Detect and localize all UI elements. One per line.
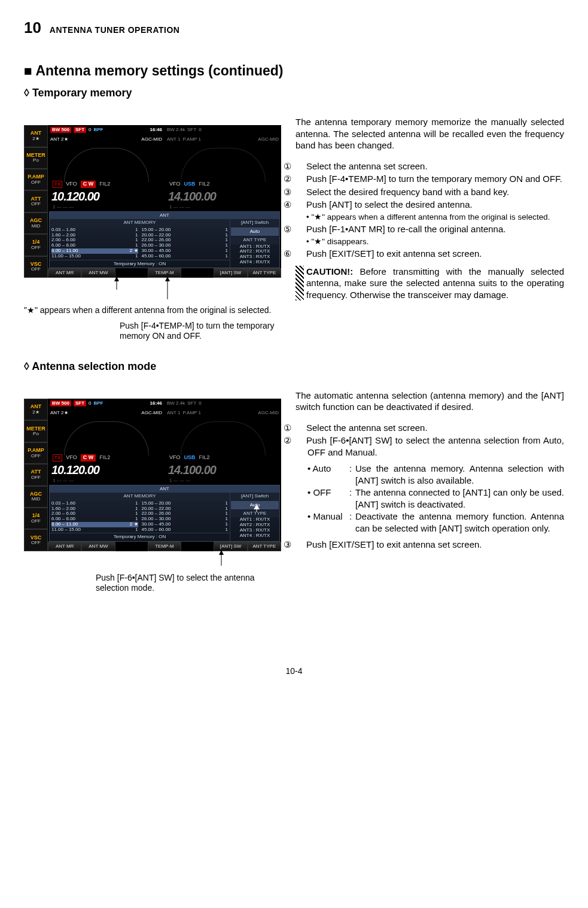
temp-step-3: ③Select the desired frequency band with … — [295, 186, 564, 198]
side-button[interactable]: ANT2★ — [24, 399, 48, 420]
frequency-main: 10.120.00 — [48, 189, 164, 204]
radio-screenshot: ANT2★METERPoP.AMPOFFATTOFFAGCMID1/4OFFVS… — [24, 399, 281, 551]
ant-memory-row[interactable]: 45.00 – 60.001 — [142, 254, 229, 259]
ant-memory-header: ANT MEMORY — [50, 493, 230, 500]
side-button[interactable]: VSCOFF — [24, 529, 48, 551]
caption-sel-push: Push [F-6•[ANT] SW] to select the antenn… — [96, 573, 281, 594]
side-button[interactable]: ATTOFF — [24, 464, 48, 485]
meter-dial-left — [48, 418, 164, 454]
ant-switch-value[interactable]: Auto — [231, 227, 279, 236]
tx-indicator: TX — [53, 181, 62, 188]
ant-type-header: ANT TYPE — [230, 236, 279, 244]
frequency-sub: 14.100.00 — [164, 462, 281, 478]
subsection-temp-title: ◊ Temporary memory — [24, 86, 564, 100]
ant-memory-row[interactable]: 11.00 – 15.001 — [51, 527, 138, 533]
frequency-main: 10.120.00 — [48, 462, 164, 478]
side-button[interactable]: ATTOFF — [24, 190, 48, 212]
side-button[interactable]: AGCMID — [24, 212, 48, 234]
sel-off: • OFF: The antenna connected to [ANT1] c… — [307, 487, 564, 510]
bpf-tag: BPF — [93, 127, 103, 133]
ant-panel: ANT ANT MEMORY 0.03 – 1.6011.60 – 2.0012… — [49, 485, 280, 542]
meter-dial-right — [164, 418, 281, 454]
subsection-sel-title: ◊ Antenna selection mode — [24, 360, 564, 373]
sel-auto: • Auto: Use the antenna memory. Antenna … — [307, 463, 564, 486]
side-button[interactable]: 1/4OFF — [24, 234, 48, 256]
sel-step-3: ③Push [EXIT/SET] to exit antenna set scr… — [295, 539, 564, 551]
ant-memory-row[interactable]: 45.00 – 60.001 — [142, 527, 229, 533]
temporary-memory-status: Temporary Memory : ON — [50, 260, 230, 268]
sel-step-2: ②Push [F-6•[ANT] SW] to select the anten… — [295, 435, 564, 458]
radio-screenshot: ANT2★METERPoP.AMPOFFATTOFFAGCMID1/4OFFVS… — [24, 125, 281, 278]
bpf-tag: BPF — [93, 400, 103, 406]
caption-star: "★" appears when a different antenna fro… — [24, 305, 281, 316]
page-header: 10 ANTENNA TUNER OPERATION — [24, 18, 564, 38]
temp-step-1: ①Select the antenna set screen. — [295, 160, 564, 172]
side-button[interactable]: ANT2★ — [24, 125, 48, 147]
chapter-number: 10 — [24, 19, 41, 37]
sft-tag: SFT — [74, 127, 86, 133]
sel-manual: • Manual: Deactivate the antenna memory … — [307, 511, 564, 534]
ant-type-row: ANT4 : RX/TX — [230, 533, 279, 539]
side-button[interactable]: METERPo — [24, 420, 48, 442]
ant-type-row: ANT4 : RX/TX — [230, 260, 279, 265]
side-button[interactable]: P.AMPOFF — [24, 442, 48, 464]
temp-step-4-note: • "★" appears when a different antenna f… — [295, 212, 564, 223]
caution-stripe — [295, 266, 304, 301]
ant-panel: ANT ANT MEMORY 0.03 – 1.6011.60 – 2.0012… — [49, 211, 280, 268]
temp-step-2: ②Push [F-4•TEMP-M] to turn the temporary… — [295, 173, 564, 185]
svg-marker-3 — [165, 277, 170, 281]
side-button[interactable]: AGCMID — [24, 486, 48, 508]
side-button[interactable]: VSCOFF — [24, 256, 48, 278]
svg-marker-4 — [254, 505, 260, 509]
svg-marker-1 — [114, 277, 119, 281]
meter-dial-right — [164, 144, 281, 180]
clock: 16:46 — [150, 400, 162, 406]
temp-step-5-note: • "★" disappears. — [295, 236, 564, 247]
side-button-column: ANT2★METERPoP.AMPOFFATTOFFAGCMID1/4OFFVS… — [24, 399, 48, 551]
meter-dial-left — [48, 144, 164, 180]
page-footer: 10-4 — [24, 666, 564, 676]
svg-marker-7 — [219, 550, 224, 555]
caution-block: CAUTION!: Before transmitting with the m… — [295, 266, 564, 301]
sft-tag: SFT — [74, 400, 86, 406]
clock: 16:46 — [150, 127, 162, 133]
temp-step-4: ④Push [ANT] to select the desired antenn… — [295, 199, 564, 211]
temp-step-6: ⑥Push [EXIT/SET] to exit antenna set scr… — [295, 248, 564, 260]
ant-switch-header: [ANT] Switch — [230, 493, 279, 500]
bw-tag: BW 500 — [50, 127, 71, 133]
section-title: ■ Antenna memory settings (continued) — [24, 62, 564, 80]
ant-memory-row[interactable]: 11.00 – 15.001 — [51, 254, 138, 259]
ant-switch-header: [ANT] Switch — [230, 219, 279, 226]
tx-indicator: TX — [53, 454, 62, 461]
temporary-memory-status: Temporary Memory : ON — [50, 533, 230, 540]
frequency-sub: 14.100.00 — [164, 189, 281, 204]
chapter-title: ANTENNA TUNER OPERATION — [50, 25, 180, 35]
caption-temp-push: Push [F-4•TEMP-M] to turn the temporary … — [120, 321, 281, 342]
bw-tag: BW 500 — [50, 400, 71, 406]
side-button[interactable]: P.AMPOFF — [24, 169, 48, 190]
sel-step-1: ①Select the antenna set screen. — [295, 422, 564, 434]
side-button[interactable]: 1/4OFF — [24, 508, 48, 529]
ant-memory-header: ANT MEMORY — [50, 219, 230, 226]
temp-intro: The antenna temporary memory memorize th… — [295, 116, 564, 151]
sel-intro: The automatic antenna selection (antenna… — [295, 390, 564, 413]
side-button-column: ANT2★METERPoP.AMPOFFATTOFFAGCMID1/4OFFVS… — [24, 125, 48, 278]
side-button[interactable]: METERPo — [24, 147, 48, 169]
temp-step-5: ⑤Push [F-1•ANT MR] to re-call the origin… — [295, 223, 564, 235]
